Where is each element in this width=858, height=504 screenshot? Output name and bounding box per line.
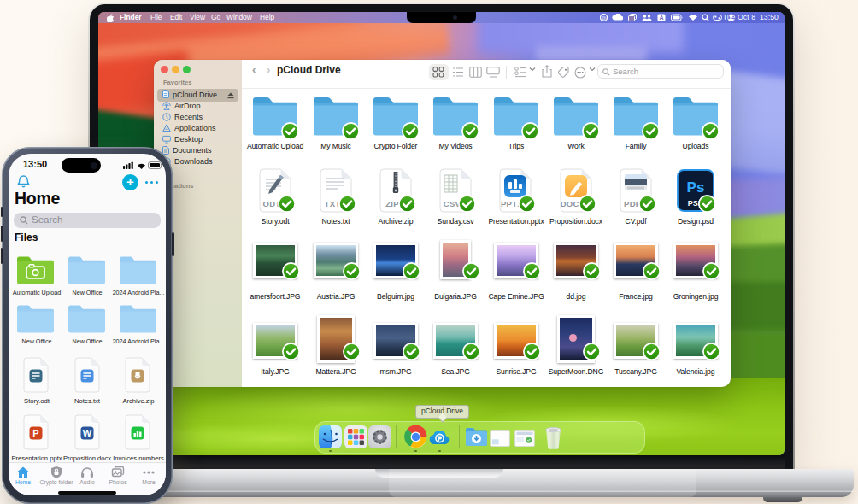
svg-text:A: A bbox=[659, 15, 663, 21]
svg-text:ZIP: ZIP bbox=[385, 199, 399, 208]
svg-text:W: W bbox=[82, 428, 91, 438]
svg-text:Ps: Ps bbox=[687, 179, 705, 196]
svg-text:@: @ bbox=[602, 15, 607, 21]
svg-text:P: P bbox=[32, 428, 38, 438]
